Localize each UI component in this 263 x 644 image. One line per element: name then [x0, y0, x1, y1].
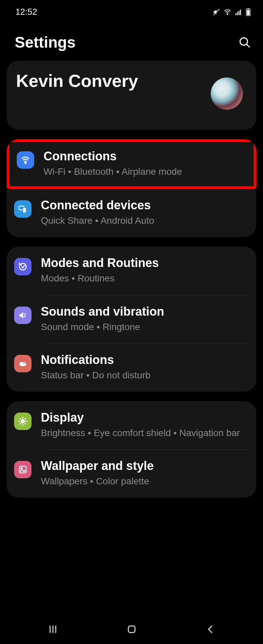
svg-point-1 — [227, 14, 228, 15]
content: Kevin Convery Connections Wi‑Fi • Blueto… — [0, 61, 263, 498]
back-button[interactable] — [205, 624, 216, 635]
svg-point-16 — [21, 420, 24, 423]
page-title: Settings — [15, 33, 75, 51]
svg-line-24 — [25, 418, 26, 419]
mute-icon — [213, 8, 220, 16]
svg-rect-2 — [236, 13, 237, 15]
home-button[interactable] — [126, 624, 137, 635]
item-subtitle: Wi‑Fi • Bluetooth • Airplane mode — [44, 165, 182, 178]
settings-item-display[interactable]: Display Brightness • Eye comfort shield … — [7, 401, 256, 449]
settings-group-modes: Modes and Routines Modes • Routines Soun… — [7, 247, 256, 392]
settings-group-display: Display Brightness • Eye comfort shield … — [7, 401, 256, 498]
item-subtitle: Quick Share • Android Auto — [41, 214, 154, 227]
svg-rect-13 — [23, 208, 26, 213]
item-title: Notifications — [41, 352, 150, 367]
item-title: Modes and Routines — [41, 255, 159, 270]
status-bar: 12:52 — [0, 0, 263, 20]
settings-item-connections[interactable]: Connections Wi‑Fi • Bluetooth • Airplane… — [9, 142, 254, 186]
item-subtitle: Modes • Routines — [41, 272, 159, 285]
item-title: Wallpaper and style — [41, 458, 154, 473]
item-subtitle: Sound mode • Ringtone — [41, 320, 164, 333]
avatar[interactable] — [211, 77, 243, 110]
svg-line-21 — [20, 418, 21, 419]
settings-item-sounds[interactable]: Sounds and vibration Sound mode • Ringto… — [7, 295, 256, 343]
svg-rect-4 — [239, 11, 240, 15]
routines-icon — [14, 258, 31, 275]
svg-rect-5 — [240, 9, 241, 15]
profile-card[interactable]: Kevin Convery — [7, 61, 256, 130]
recents-button[interactable] — [47, 624, 59, 635]
svg-point-11 — [25, 162, 26, 164]
settings-item-modes-routines[interactable]: Modes and Routines Modes • Routines — [7, 247, 256, 295]
brightness-icon — [14, 413, 31, 430]
svg-line-23 — [20, 423, 21, 424]
wallpaper-icon — [14, 461, 31, 478]
wifi-icon — [223, 8, 232, 16]
profile-name: Kevin Convery — [16, 71, 138, 91]
highlight-frame: Connections Wi‑Fi • Bluetooth • Airplane… — [7, 139, 256, 189]
settings-item-connected-devices[interactable]: Connected devices Quick Share • Android … — [7, 189, 256, 237]
notifications-icon — [14, 355, 31, 372]
item-title: Connected devices — [41, 198, 154, 213]
item-subtitle: Brightness • Eye comfort shield • Naviga… — [41, 426, 240, 439]
signal-icon — [235, 8, 242, 16]
svg-line-22 — [25, 423, 26, 424]
svg-rect-30 — [128, 626, 135, 633]
nav-bar — [0, 616, 263, 644]
settings-item-notifications[interactable]: Notifications Status bar • Do not distur… — [7, 343, 256, 392]
settings-group-connections: Connections Wi‑Fi • Bluetooth • Airplane… — [7, 139, 256, 237]
item-subtitle: Wallpapers • Color palette — [41, 475, 154, 488]
svg-rect-7 — [247, 10, 250, 15]
item-title: Display — [41, 410, 240, 425]
item-title: Connections — [44, 149, 182, 164]
svg-point-26 — [21, 468, 22, 469]
devices-icon — [14, 200, 31, 218]
item-title: Sounds and vibration — [41, 304, 164, 319]
status-time: 12:52 — [15, 7, 37, 17]
battery-icon — [246, 8, 251, 16]
wifi-icon — [17, 151, 34, 169]
status-icons — [213, 8, 251, 16]
svg-rect-3 — [237, 12, 238, 15]
header: Settings — [0, 20, 263, 61]
svg-rect-8 — [248, 8, 249, 9]
search-icon[interactable] — [238, 36, 251, 49]
sound-icon — [14, 307, 31, 324]
item-subtitle: Status bar • Do not disturb — [41, 369, 150, 382]
svg-point-15 — [23, 361, 25, 363]
settings-item-wallpaper[interactable]: Wallpaper and style Wallpapers • Color p… — [7, 449, 256, 498]
svg-line-10 — [247, 44, 249, 47]
